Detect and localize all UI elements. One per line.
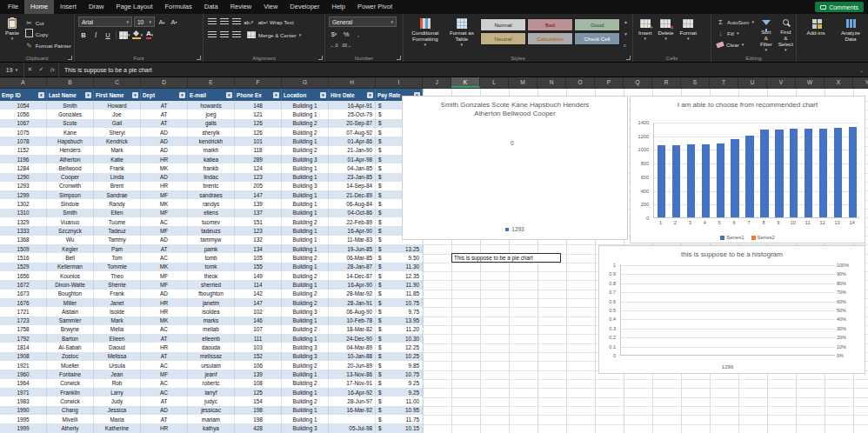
align-top-button[interactable] [207, 17, 217, 27]
cell[interactable]: 16-Apr-92 [329, 388, 376, 396]
increase-decimal-button[interactable]: ←.0 [329, 40, 339, 50]
cell[interactable]: Judy [94, 396, 141, 405]
cell[interactable]: 1529 [0, 263, 47, 271]
cell[interactable]: Atherly [47, 423, 94, 432]
cell[interactable]: Cronwith [47, 182, 94, 190]
cell[interactable]: $11.30 [376, 263, 423, 271]
cell-style-check-cell[interactable]: Check Cell [574, 32, 620, 45]
cell[interactable]: Sammler [47, 316, 94, 325]
cell[interactable]: 1921 [0, 361, 47, 370]
cell[interactable]: 14-Dec-87 [329, 271, 376, 280]
cell[interactable]: 28-Jun-97 [329, 396, 376, 405]
cell[interactable]: $13.25 [376, 244, 423, 253]
gallery-scrollbar[interactable]: ▲ ▼ ≡ [623, 17, 629, 53]
orientation-button[interactable]: ab↗ [244, 17, 254, 27]
cell[interactable]: Sherrie [94, 280, 141, 289]
cell[interactable]: jessicac [188, 406, 235, 415]
cell[interactable]: HR [141, 155, 188, 163]
cell[interactable]: Building 2 [282, 325, 329, 334]
cell[interactable]: Cooper [47, 173, 94, 182]
cell[interactable]: Eileen [94, 334, 141, 343]
sort-filter-button[interactable]: Sort & Filter ▾ [758, 17, 774, 53]
cell[interactable]: 25-Oct-79 [329, 110, 376, 118]
cell[interactable]: MK [141, 263, 188, 271]
cell[interactable]: 103 [235, 343, 282, 351]
cell[interactable]: Gail [94, 119, 141, 128]
cell[interactable]: Howard [94, 101, 141, 110]
cell[interactable]: marks [188, 316, 235, 325]
cell[interactable]: 19-Jun-85 [329, 244, 376, 253]
tab-draw[interactable]: Draw [83, 0, 110, 14]
cell[interactable]: 16-Apr-91 [329, 101, 376, 110]
cell[interactable]: 07-Aug-92 [329, 128, 376, 137]
cell[interactable]: 154 [235, 396, 282, 405]
column-header-N[interactable]: N [537, 77, 566, 88]
cell[interactable]: $11.00 [376, 396, 423, 405]
cell[interactable]: Henders [47, 146, 94, 155]
cell[interactable]: Rob [94, 379, 141, 388]
cell[interactable]: theok [188, 271, 235, 280]
autosum-button[interactable]: Σ AutoSum▾ [715, 17, 756, 27]
increase-font-size-button[interactable]: A▴ [157, 17, 167, 27]
cell[interactable]: 105 [235, 253, 282, 262]
cell[interactable]: 28-Mar-92 [329, 290, 376, 298]
cell[interactable]: joeg [188, 110, 235, 118]
cell[interactable]: 152 [235, 352, 282, 361]
cell[interactable]: tuomev [188, 217, 235, 226]
cell[interactable]: AC [141, 217, 188, 226]
cell[interactable]: 1964 [0, 379, 47, 388]
cell[interactable]: AT [141, 415, 188, 423]
copy-button[interactable]: Copy [23, 29, 73, 39]
cell[interactable]: 1792 [0, 334, 47, 343]
clipboard-dialog-launcher[interactable] [68, 56, 72, 60]
cell[interactable]: 1056 [0, 110, 47, 118]
cell[interactable]: 142 [235, 290, 282, 298]
bold-button[interactable]: B [78, 30, 89, 40]
cell[interactable]: Randy [94, 199, 141, 208]
cell[interactable]: Joe [94, 110, 141, 118]
filter-dropdown-icon[interactable]: ▾ [367, 92, 373, 98]
font-name-select[interactable]: Arial ▾ [78, 17, 132, 27]
cell[interactable]: $10.25 [376, 352, 423, 361]
cell[interactable]: 14-Sep-84 [329, 182, 376, 190]
cell[interactable]: 1333 [0, 226, 47, 235]
cell[interactable]: 23-Jan-85 [329, 173, 376, 182]
cell[interactable]: Dixon-Waite [47, 280, 94, 289]
cell[interactable]: Building 1 [282, 110, 329, 118]
cell[interactable]: Ursula [94, 361, 141, 370]
cell[interactable]: $9.50 [376, 253, 423, 262]
cell[interactable]: 121 [235, 110, 282, 118]
column-header-G[interactable]: G [282, 77, 329, 88]
cell[interactable]: 20-Jun-89 [329, 361, 376, 370]
cell[interactable]: ursulam [188, 361, 235, 370]
bar-chart[interactable]: I am able to choose from recommended cha… [630, 96, 865, 243]
cell[interactable]: Building 3 [282, 343, 329, 351]
cell[interactable]: $9.85 [376, 361, 423, 370]
italic-button[interactable]: I [90, 30, 101, 40]
cell[interactable]: howards [188, 101, 235, 110]
cell[interactable]: Zostoc [47, 352, 94, 361]
cell[interactable]: 107 [235, 325, 282, 334]
cell[interactable]: Theo [94, 271, 141, 280]
cell[interactable]: Kendrick [94, 137, 141, 145]
cell[interactable]: 132 [235, 236, 282, 244]
align-center-button[interactable] [219, 30, 230, 40]
cell[interactable]: MK [141, 199, 188, 208]
cell[interactable]: $11.20 [376, 325, 423, 334]
cell[interactable]: Sindole [47, 199, 94, 208]
cell-style-bad[interactable]: Bad [527, 18, 573, 31]
cell[interactable]: 1814 [0, 343, 47, 351]
cell[interactable] [329, 415, 376, 423]
cell[interactable]: Building 3 [282, 307, 329, 316]
cell[interactable]: judyc [188, 396, 235, 405]
paste-dropdown-caret[interactable]: ▾ [11, 37, 14, 41]
cell[interactable]: Sheryl [94, 128, 141, 137]
cell[interactable]: 205 [235, 182, 282, 190]
cell[interactable]: 21-Dec-89 [329, 190, 376, 199]
cell[interactable]: Frank [94, 163, 141, 172]
cell[interactable]: Mivelli [47, 415, 94, 423]
cell[interactable]: 17-Nov-91 [329, 379, 376, 388]
cell[interactable]: Tuome [94, 217, 141, 226]
column-header-X[interactable]: X [825, 77, 853, 88]
cell[interactable]: AC [141, 379, 188, 388]
